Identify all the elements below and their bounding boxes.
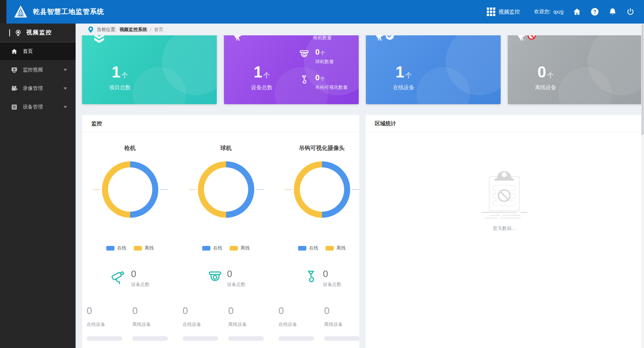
monitor-panel-title: 监控 xyxy=(82,115,359,132)
sidebar: 视频监控 首页 监控视频 录像管理 设备管理 xyxy=(0,24,76,348)
label-line-online xyxy=(352,189,359,190)
monitor-panel: 监控 枪机 在线 xyxy=(82,115,359,348)
chevron-down-icon xyxy=(63,87,67,90)
legend-swatch-online xyxy=(298,246,306,251)
online-stat: 0 在线设备 xyxy=(183,306,228,341)
online-stat: 0 在线设备 xyxy=(87,306,132,341)
chart-legend[interactable]: 在线 离线 xyxy=(106,245,154,251)
label-line-offline xyxy=(189,189,196,190)
offline-stat: 0 离线设备 xyxy=(132,306,178,341)
chart-title: 球机 xyxy=(220,145,232,152)
scrollbar-thumb[interactable] xyxy=(642,24,644,135)
breadcrumb-section[interactable]: 视频监控系统 xyxy=(119,26,147,33)
card-main-stat: 1个 在线设备 xyxy=(376,64,431,91)
progress-bar xyxy=(87,336,122,341)
legend-label-online: 在线 xyxy=(309,245,318,251)
online-value: 0 xyxy=(183,306,228,316)
label-line-online xyxy=(160,189,168,190)
sub-stat-value: 0个 xyxy=(315,74,348,82)
app-logo-icon xyxy=(14,4,28,19)
check-badge-icon xyxy=(385,35,394,40)
chart-column-gun-camera: 枪机 在线 离线 xyxy=(82,132,178,341)
stat-card-online-devices[interactable]: 1个 在线设备 xyxy=(366,35,501,104)
online-label: 在线设备 xyxy=(183,321,228,328)
page-title: 乾县智慧工地监管系统 xyxy=(33,7,104,16)
device-total-block: 0 设备总数 xyxy=(206,269,246,288)
chevron-down-icon xyxy=(63,69,67,71)
stat-cards-row: 1个 项目总数 1个 设备总数 枪机数量 xyxy=(82,35,644,104)
offline-label: 离线设备 xyxy=(324,321,370,328)
online-stat: 0 在线设备 xyxy=(278,306,324,341)
offline-label: 离线设备 xyxy=(228,321,274,328)
crane-hook-icon xyxy=(298,75,310,87)
sidebar-item-home[interactable]: 首页 xyxy=(0,42,76,61)
breadcrumb-separator: / xyxy=(150,27,152,32)
sidebar-item-devices[interactable]: 设备管理 xyxy=(0,98,76,116)
stat-label: 设备总数 xyxy=(234,84,290,91)
progress-bar xyxy=(228,336,264,341)
crane-hook-icon xyxy=(302,269,320,286)
breadcrumb: 当前位置: 视频监控系统 / 首页 xyxy=(76,24,644,35)
app-switcher-label: 视频监控 xyxy=(499,9,520,15)
chart-legend[interactable]: 在线 离线 xyxy=(202,245,250,251)
chart-legend[interactable]: 在线 离线 xyxy=(298,245,346,251)
sub-stat-label: 吊钩可视化数量 xyxy=(315,84,348,91)
location-pin-icon xyxy=(88,26,94,33)
region-stats-panel: 区域统计 xyxy=(366,115,643,348)
device-total-label: 设备总数 xyxy=(131,281,150,288)
chart-title: 枪机 xyxy=(124,145,136,152)
label-line-offline xyxy=(285,189,292,190)
sidebar-item-recordings[interactable]: 录像管理 xyxy=(0,79,76,98)
device-list-icon xyxy=(11,104,18,111)
online-offline-stats: 0 在线设备 0 离线设备 xyxy=(178,306,274,341)
bell-icon[interactable] xyxy=(608,7,617,16)
device-total-block: 0 设备总数 xyxy=(111,269,150,288)
legend-swatch-online xyxy=(202,246,210,251)
stat-label: 在线设备 xyxy=(376,84,431,91)
progress-bar xyxy=(324,336,360,341)
main-content: 当前位置: 视频监控系统 / 首页 1个 项目总数 xyxy=(76,24,644,348)
device-total-value: 0 xyxy=(131,269,150,278)
sidebar-brand-label: 视频监控 xyxy=(26,29,52,36)
welcome-label: 欢迎您: xyxy=(534,9,551,15)
help-icon[interactable]: ? xyxy=(591,7,599,16)
vertical-scrollbar[interactable] xyxy=(641,24,644,348)
label-line-offline xyxy=(93,189,101,190)
donut-chart-gun-camera[interactable] xyxy=(102,161,158,218)
online-offline-stats: 0 在线设备 0 离线设备 xyxy=(82,306,178,341)
donut-chart-dome-camera[interactable] xyxy=(198,161,254,218)
breadcrumb-prefix: 当前位置: xyxy=(97,26,117,33)
stat-label: 离线设备 xyxy=(518,84,573,91)
stat-value: 0个 xyxy=(518,64,573,80)
offline-value: 0 xyxy=(132,306,178,316)
stat-card-devices[interactable]: 1个 设备总数 枪机数量 0个 球 xyxy=(224,35,359,104)
legend-swatch-offline xyxy=(230,246,238,251)
progress-bar xyxy=(278,336,314,341)
stat-card-offline-devices[interactable]: 0个 离线设备 xyxy=(508,35,643,104)
monitor-chart-grid: 枪机 在线 离线 xyxy=(82,132,359,341)
sidebar-brand: 视频监控 xyxy=(0,24,76,42)
legend-label-offline: 离线 xyxy=(337,245,346,251)
offline-value: 0 xyxy=(228,306,274,316)
legend-swatch-online xyxy=(106,246,114,251)
device-total-block: 0 设备总数 xyxy=(302,269,342,288)
donut-chart-hook-camera[interactable] xyxy=(294,161,350,218)
home-icon xyxy=(11,48,18,55)
donut-hole xyxy=(300,167,344,212)
chevron-down-icon xyxy=(63,106,67,108)
offline-stat: 0 离线设备 xyxy=(324,306,370,341)
donut-hole xyxy=(108,167,152,212)
stat-card-projects[interactable]: 1个 项目总数 xyxy=(82,35,217,104)
power-icon[interactable] xyxy=(626,7,635,16)
scroll-viewport[interactable]: 1个 项目总数 1个 设备总数 枪机数量 xyxy=(76,35,644,348)
sub-stat-hook-cameras: 0个 吊钩可视化数量 xyxy=(298,74,348,91)
sidebar-item-monitor-video[interactable]: 监控视频 xyxy=(0,61,76,79)
grid-icon xyxy=(487,7,495,16)
app-switcher[interactable]: 视频监控 xyxy=(487,7,520,16)
online-offline-stats: 0 在线设备 0 离线设备 xyxy=(274,306,370,341)
home-icon[interactable] xyxy=(573,7,581,16)
dome-camera-icon xyxy=(298,49,310,61)
device-total-value: 0 xyxy=(323,269,342,278)
layers-chevron-icon xyxy=(91,35,107,44)
online-value: 0 xyxy=(87,306,132,316)
